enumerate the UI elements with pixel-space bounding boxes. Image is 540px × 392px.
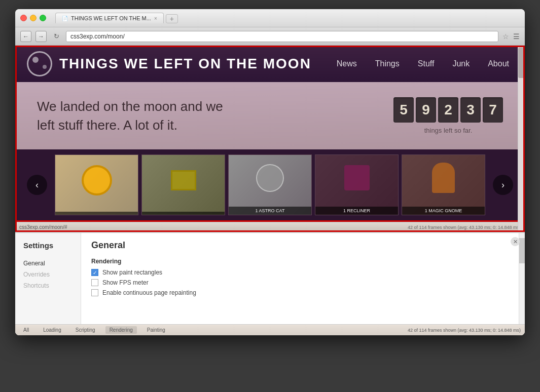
status-bar: css3exp.com/moon/# 42 of 114 frames show…	[15, 222, 525, 232]
thumb-label-5: 1 MAGIC GNOME	[402, 207, 485, 215]
checkbox-row-2: Show FPS meter	[91, 279, 509, 286]
page-scrollbar[interactable]	[518, 46, 525, 232]
site-navigation: THINGS WE LEFT ON THE MOON News Things S…	[17, 46, 523, 82]
toolbar-tab-scripting[interactable]: Scripting	[71, 326, 99, 334]
digit-4: 3	[460, 97, 481, 123]
counter-label: things left so far.	[393, 127, 503, 134]
checkbox-continuous-repaint[interactable]	[91, 289, 98, 296]
devtools-sidebar: Settings General Overrides Shortcuts	[15, 233, 81, 324]
digit-3: 2	[438, 97, 458, 123]
moon-logo-icon	[27, 51, 52, 76]
thumbnail-3[interactable]: 1 ASTRO CAT	[228, 154, 312, 215]
thumb-label-2	[142, 212, 225, 215]
checkbox-paint-rects[interactable]	[91, 269, 98, 276]
thumb-label-3: 1 ASTRO CAT	[229, 207, 311, 215]
perf-info: 42 of 114 frames shown (avg: 43.130 ms; …	[408, 225, 521, 230]
checkbox-row-3: Enable continuous page repainting	[91, 289, 509, 296]
section-rendering: Rendering	[91, 258, 509, 265]
forward-button[interactable]: →	[35, 31, 47, 42]
nav-stuff[interactable]: Stuff	[414, 57, 439, 70]
thumbnails: 1 ASTRO CAT 1 RECLINER 1 MAGIC GNOME	[17, 154, 523, 215]
thumbnail-4[interactable]: 1 RECLINER	[315, 154, 399, 215]
sidebar-item-general[interactable]: General	[15, 258, 81, 269]
back-button[interactable]: ←	[20, 31, 31, 42]
devtools-panel: ✕ Settings General Overrides Shortcuts G…	[15, 232, 525, 335]
maximize-button[interactable]	[40, 15, 46, 21]
traffic-lights	[20, 15, 46, 21]
devtools-scrollbar-thumb[interactable]	[519, 238, 525, 263]
toolbar-tab-all[interactable]: All	[19, 326, 33, 334]
prev-arrow[interactable]: ‹	[27, 175, 47, 195]
next-arrow[interactable]: ›	[493, 175, 513, 195]
devtools-panel-title: General	[91, 240, 509, 251]
devtools-inner: Settings General Overrides Shortcuts Gen…	[15, 233, 525, 324]
hero-text: We landed on the moon and we left stuff …	[37, 97, 240, 134]
devtools-scrollbar[interactable]	[519, 233, 525, 324]
thumb-label-1	[55, 212, 138, 215]
scrollbar-thumb[interactable]	[518, 48, 525, 78]
address-bar: ← → ↻ css3exp.com/moon/ ☆ ☰	[15, 27, 525, 46]
site-logo: THINGS WE LEFT ON THE MOON	[27, 51, 333, 76]
thumbnail-5[interactable]: 1 MAGIC GNOME	[402, 154, 485, 215]
thumbnail-1[interactable]	[55, 154, 138, 215]
url-input[interactable]: css3exp.com/moon/	[66, 31, 498, 42]
browser-window: 📄 THINGS WE LEFT ON THE M... × + ← → ↻ c…	[15, 9, 525, 335]
tab-bar: 📄 THINGS WE LEFT ON THE M... × +	[55, 13, 520, 23]
menu-icon[interactable]: ☰	[513, 32, 520, 41]
nav-news[interactable]: News	[333, 57, 361, 70]
sidebar-item-shortcuts[interactable]: Shortcuts	[15, 280, 81, 291]
digit-5: 7	[483, 97, 503, 123]
hero-section: We landed on the moon and we left stuff …	[17, 82, 523, 149]
viewport: THINGS WE LEFT ON THE MOON News Things S…	[15, 46, 525, 232]
tab-close-button[interactable]: ×	[154, 16, 157, 21]
toolbar-tab-loading[interactable]: Loading	[39, 326, 65, 334]
site-menu: News Things Stuff Junk About	[333, 57, 513, 70]
checkbox-label-3: Enable continuous page repainting	[102, 289, 196, 296]
devtools-toolbar: All Loading Scripting Rendering Painting…	[15, 324, 525, 335]
digit-2: 9	[416, 97, 436, 123]
devtools-sidebar-title: Settings	[15, 241, 81, 258]
title-bar: 📄 THINGS WE LEFT ON THE M... × +	[15, 9, 525, 27]
counter-digits: 5 9 2 3 7	[393, 97, 503, 123]
thumbnail-strip: ‹ 1 ASTRO CAT	[17, 149, 523, 220]
sidebar-item-overrides[interactable]: Overrides	[15, 269, 81, 280]
devtools-content: General Rendering Show paint rectangles …	[81, 233, 519, 324]
tab-favicon: 📄	[62, 16, 68, 21]
devtools-close-button[interactable]: ✕	[511, 237, 520, 246]
website-content: THINGS WE LEFT ON THE MOON News Things S…	[15, 46, 525, 222]
checkbox-label-1: Show paint rectangles	[102, 269, 162, 276]
minimize-button[interactable]	[30, 15, 37, 21]
checkbox-fps-meter[interactable]	[91, 279, 98, 286]
thumbnail-2[interactable]	[141, 154, 225, 215]
site-title: THINGS WE LEFT ON THE MOON	[59, 56, 311, 72]
refresh-button[interactable]: ↻	[51, 31, 62, 42]
nav-about[interactable]: About	[484, 57, 513, 70]
nav-junk[interactable]: Junk	[448, 57, 474, 70]
counter-area: 5 9 2 3 7 things left so far.	[393, 97, 503, 134]
bookmark-icon[interactable]: ☆	[502, 32, 509, 41]
active-tab[interactable]: 📄 THINGS WE LEFT ON THE M... ×	[55, 13, 164, 23]
checkbox-label-2: Show FPS meter	[102, 279, 149, 286]
nav-things[interactable]: Things	[371, 57, 404, 70]
url-text: css3exp.com/moon/	[70, 33, 125, 40]
status-url: css3exp.com/moon/#	[19, 224, 408, 230]
toolbar-tab-painting[interactable]: Painting	[143, 326, 169, 334]
new-tab-button[interactable]: +	[166, 14, 178, 23]
checkbox-row-1: Show paint rectangles	[91, 269, 509, 276]
close-button[interactable]	[20, 15, 27, 21]
toolbar-perf-stats: 42 of 114 frames shown (avg: 43.130 ms; …	[408, 328, 521, 333]
digit-1: 5	[393, 97, 414, 123]
thumb-label-4: 1 RECLINER	[315, 207, 398, 215]
tab-title: THINGS WE LEFT ON THE M...	[71, 15, 151, 21]
toolbar-tab-rendering[interactable]: Rendering	[105, 326, 137, 334]
